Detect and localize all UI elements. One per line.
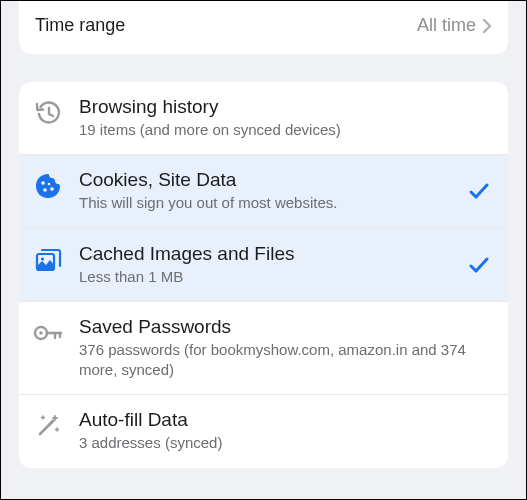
row-subtitle: Less than 1 MB (79, 267, 458, 287)
row-cached-images[interactable]: Cached Images and Files Less than 1 MB (19, 229, 508, 302)
svg-point-1 (43, 188, 47, 192)
row-title: Browsing history (79, 96, 492, 118)
data-types-list: Browsing history 19 items (and more on s… (19, 82, 508, 468)
row-subtitle: This will sign you out of most websites. (79, 193, 458, 213)
svg-point-5 (41, 257, 44, 260)
time-range-row[interactable]: Time range All time (19, 1, 508, 54)
row-browsing-history[interactable]: Browsing history 19 items (and more on s… (19, 82, 508, 155)
row-title: Cached Images and Files (79, 243, 458, 265)
images-icon (33, 245, 63, 275)
checkmark-icon (466, 254, 492, 276)
magic-wand-icon (33, 411, 63, 441)
time-range-value-wrap: All time (417, 15, 492, 36)
checkmark-icon (466, 180, 492, 202)
time-range-label: Time range (35, 15, 125, 36)
key-icon (33, 318, 63, 348)
row-content: Cookies, Site Data This will sign you ou… (79, 169, 458, 213)
cookie-icon (33, 171, 63, 201)
row-title: Saved Passwords (79, 316, 492, 338)
row-content: Browsing history 19 items (and more on s… (79, 96, 492, 140)
history-icon (33, 98, 63, 128)
svg-point-7 (39, 331, 43, 335)
chevron-right-icon (482, 18, 492, 34)
row-autofill-data[interactable]: Auto-fill Data 3 addresses (synced) (19, 395, 508, 467)
svg-point-3 (48, 183, 51, 186)
row-cookies[interactable]: Cookies, Site Data This will sign you ou… (19, 155, 508, 228)
row-content: Cached Images and Files Less than 1 MB (79, 243, 458, 287)
row-title: Auto-fill Data (79, 409, 492, 431)
row-content: Auto-fill Data 3 addresses (synced) (79, 409, 492, 453)
row-subtitle: 19 items (and more on synced devices) (79, 120, 492, 140)
row-title: Cookies, Site Data (79, 169, 458, 191)
row-subtitle: 3 addresses (synced) (79, 433, 492, 453)
svg-point-2 (50, 187, 54, 191)
row-content: Saved Passwords 376 passwords (for bookm… (79, 316, 492, 381)
svg-point-0 (41, 181, 45, 185)
row-saved-passwords[interactable]: Saved Passwords 376 passwords (for bookm… (19, 302, 508, 396)
row-subtitle: 376 passwords (for bookmyshow.com, amazo… (79, 340, 492, 381)
time-range-value: All time (417, 15, 476, 36)
